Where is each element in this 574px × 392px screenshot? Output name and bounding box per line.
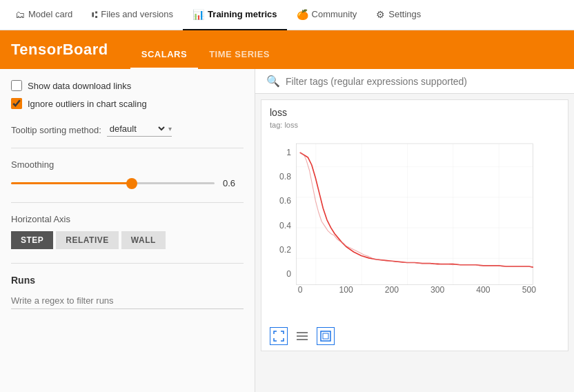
nav-files-label: Files and versions xyxy=(101,9,173,19)
smoothing-label: Smoothing xyxy=(11,159,244,170)
nav-community[interactable]: 🍊 Community xyxy=(287,0,367,30)
tooltip-select-wrapper: default ascending descending nearest ▾ xyxy=(107,123,172,137)
svg-text:400: 400 xyxy=(476,285,491,295)
tensorboard-logo: TensorBoard xyxy=(11,41,108,59)
smoothing-section: Smoothing 0.6 xyxy=(11,159,244,188)
axis-btn-relative[interactable]: RELATIVE xyxy=(56,231,118,249)
svg-text:0.2: 0.2 xyxy=(279,245,291,255)
horizontal-axis-section: Horizontal Axis STEP RELATIVE WALL xyxy=(11,214,244,249)
svg-text:0.6: 0.6 xyxy=(279,196,291,206)
svg-text:0.8: 0.8 xyxy=(279,172,291,182)
checkboxes-section: Show data download links Ignore outliers… xyxy=(11,80,244,109)
nav-model-card-label: Model card xyxy=(28,9,72,19)
tooltip-select[interactable]: default ascending descending nearest xyxy=(107,123,167,135)
ignore-outliers-checkbox[interactable] xyxy=(11,98,22,109)
svg-text:1: 1 xyxy=(286,148,291,157)
svg-rect-17 xyxy=(321,331,330,341)
svg-text:0.4: 0.4 xyxy=(279,221,291,231)
filter-input[interactable] xyxy=(286,76,563,87)
nav-settings[interactable]: ⚙ Settings xyxy=(366,0,430,30)
smoothing-value: 0.6 xyxy=(223,178,244,188)
nav-settings-label: Settings xyxy=(388,9,421,19)
show-download-checkbox[interactable] xyxy=(11,80,22,91)
model-card-icon: 🗂 xyxy=(15,9,25,20)
ignore-outliers-row: Ignore outliers in chart scaling xyxy=(11,98,244,109)
slider-row: 0.6 xyxy=(11,178,244,188)
expand-chart-button[interactable] xyxy=(270,327,288,345)
svg-text:200: 200 xyxy=(385,285,399,295)
svg-rect-18 xyxy=(323,333,328,339)
chart-toolbar xyxy=(261,324,568,351)
tooltip-label: Tooltip sorting method: xyxy=(11,125,101,135)
filter-bar: 🔍 xyxy=(255,69,574,94)
chart-content: 1 0.8 0.6 0.4 0.2 0 0 100 200 300 400 50… xyxy=(261,133,568,324)
svg-text:0: 0 xyxy=(298,285,303,295)
show-download-label: Show data download links xyxy=(28,81,131,91)
filter-search-icon: 🔍 xyxy=(266,75,280,88)
runs-filter-input[interactable] xyxy=(11,293,244,309)
loss-chart-card: loss tag: loss 1 0.8 0.6 xyxy=(261,99,568,351)
horizontal-axis-label: Horizontal Axis xyxy=(11,214,244,224)
svg-text:100: 100 xyxy=(339,285,353,295)
loss-chart-svg: 1 0.8 0.6 0.4 0.2 0 0 100 200 300 400 50… xyxy=(270,136,560,319)
smoothing-slider[interactable] xyxy=(11,182,215,184)
divider-3 xyxy=(11,263,244,264)
right-panel: 🔍 loss tag: loss xyxy=(255,69,574,392)
tensorboard-tabs: SCALARS TIME SERIES xyxy=(130,30,281,69)
sidebar: Show data download links Ignore outliers… xyxy=(0,69,255,392)
chart-tag: tag: loss xyxy=(261,121,568,133)
axis-btn-step[interactable]: STEP xyxy=(11,231,53,249)
svg-text:0: 0 xyxy=(286,269,291,279)
runs-section: Runs xyxy=(11,275,244,309)
nav-training-label: Training metrics xyxy=(208,9,277,19)
chart-title: loss xyxy=(261,100,568,121)
list-view-button[interactable] xyxy=(293,327,311,345)
expand-icon xyxy=(273,331,284,342)
select-arrow-icon: ▾ xyxy=(168,125,172,133)
tensorboard-header: TensorBoard SCALARS TIME SERIES xyxy=(0,30,574,69)
svg-rect-12 xyxy=(297,144,533,284)
files-icon: ⑆ xyxy=(92,9,97,20)
tooltip-row: Tooltip sorting method: default ascendin… xyxy=(11,123,244,137)
nav-community-label: Community xyxy=(312,9,357,19)
axis-btn-wall[interactable]: WALL xyxy=(121,231,166,249)
top-nav: 🗂 Model card ⑆ Files and versions 📊 Trai… xyxy=(0,0,574,30)
nav-training-metrics[interactable]: 📊 Training metrics xyxy=(183,0,286,30)
nav-files-versions[interactable]: ⑆ Files and versions xyxy=(82,0,183,30)
ignore-outliers-label: Ignore outliers in chart scaling xyxy=(28,99,147,109)
community-icon: 🍊 xyxy=(297,9,308,20)
nav-model-card[interactable]: 🗂 Model card xyxy=(6,0,82,30)
axis-buttons: STEP RELATIVE WALL xyxy=(11,231,244,249)
divider-1 xyxy=(11,148,244,148)
tab-time-series[interactable]: TIME SERIES xyxy=(198,49,281,69)
fit-icon xyxy=(320,331,331,342)
show-download-row: Show data download links xyxy=(11,80,244,91)
svg-text:300: 300 xyxy=(430,285,445,295)
lines-icon xyxy=(297,331,308,341)
main-layout: Show data download links Ignore outliers… xyxy=(0,69,574,392)
charts-area: loss tag: loss 1 0.8 0.6 xyxy=(255,94,574,392)
settings-icon: ⚙ xyxy=(376,9,385,20)
tab-scalars[interactable]: SCALARS xyxy=(130,49,198,69)
training-icon: 📊 xyxy=(192,9,204,20)
divider-2 xyxy=(11,202,244,203)
svg-text:500: 500 xyxy=(522,285,537,295)
fit-chart-button[interactable] xyxy=(317,327,335,345)
runs-label: Runs xyxy=(11,275,244,286)
